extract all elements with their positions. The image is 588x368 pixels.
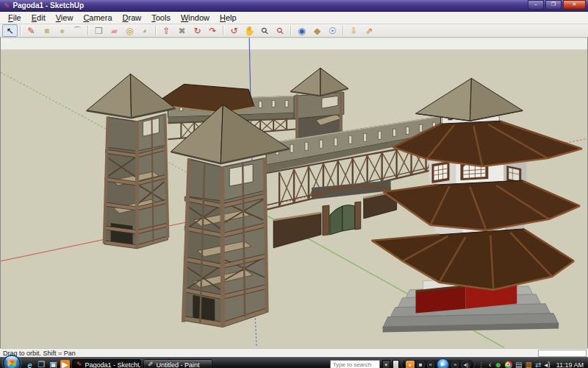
title-bar[interactable]: ✎ Pagoda1 - SketchUp – ❐ ✕ xyxy=(0,0,588,12)
search-input[interactable] xyxy=(330,360,380,368)
position-camera-icon[interactable]: ◆ xyxy=(309,24,325,37)
menu-window[interactable]: Window xyxy=(176,12,215,24)
overflow-chevron-icon[interactable]: ‹ xyxy=(489,361,491,368)
menu-tools[interactable]: Tools xyxy=(146,12,176,24)
quick-launch: e❐▣▶ xyxy=(25,360,70,368)
toolbar: ↖✎■●⌒❒▰◎◗⇧✖↻↷↺✋⚲⚲◉◆☉⇩⇗ xyxy=(0,24,588,38)
windows-logo-icon xyxy=(7,359,16,368)
follow-me-icon[interactable]: ↷ xyxy=(205,24,220,37)
sky xyxy=(1,38,587,50)
window-switcher-icon[interactable]: ▣ xyxy=(49,360,58,368)
system-tray: ‹☻▤▥⇄◂) xyxy=(489,361,551,368)
menu-help[interactable]: Help xyxy=(215,12,242,24)
taskbar-clock[interactable]: 11:19 AM xyxy=(556,361,584,368)
sketchup-window: ✎ Pagoda1 - SketchUp – ❐ ✕ FileEditViewC… xyxy=(0,0,588,368)
toolbar-separator xyxy=(155,26,157,35)
menu-draw[interactable]: Draw xyxy=(118,12,147,24)
status-bar: Drag to orbit. Shift = Pan xyxy=(0,348,588,357)
volume-icon[interactable]: ◂) xyxy=(544,361,550,368)
paint-task-icon: ✐ xyxy=(148,361,154,368)
taskbar-task-paint[interactable]: ✐ Untitled - Paint xyxy=(143,359,212,368)
minimize-button[interactable]: – xyxy=(528,0,544,10)
menu-bar: FileEditViewCameraDrawToolsWindowHelp xyxy=(0,12,588,24)
chrome-icon[interactable] xyxy=(505,361,512,368)
zoom-icon[interactable]: ⚲ xyxy=(257,24,273,37)
tape-measure-icon[interactable]: ◎ xyxy=(122,24,137,37)
sketchup-app-icon: ✎ xyxy=(4,2,10,10)
display-icon[interactable]: ▤ xyxy=(515,361,522,368)
maximize-button[interactable]: ❐ xyxy=(545,0,562,10)
paint-bucket-icon[interactable]: ◗ xyxy=(137,24,153,37)
menu-view[interactable]: View xyxy=(51,12,79,24)
toolbar-separator xyxy=(20,26,21,35)
taskbar-task-sketchup[interactable]: ✎ Pagoda1 - SketchUp xyxy=(72,359,141,368)
eraser-icon[interactable]: ▰ xyxy=(107,24,122,37)
network-icon[interactable]: ⇄ xyxy=(535,361,541,368)
measurements-box[interactable] xyxy=(538,350,587,357)
model-canvas[interactable] xyxy=(1,38,587,348)
window-title: Pagoda1 - SketchUp xyxy=(12,1,528,10)
messenger-icon[interactable]: ☻ xyxy=(494,361,502,368)
toolbar-grip[interactable]: ⋮ xyxy=(478,361,484,368)
zoom-extents-icon[interactable]: ⚲ xyxy=(273,24,288,37)
security-icon[interactable]: ▥ xyxy=(525,361,531,368)
wmp-icon[interactable]: ● xyxy=(406,361,415,368)
make-component-icon[interactable]: ❒ xyxy=(91,24,107,37)
show-desktop-icon[interactable]: ❐ xyxy=(37,360,46,368)
circle-icon[interactable]: ● xyxy=(54,24,70,37)
rectangle-icon[interactable]: ■ xyxy=(39,24,54,37)
push-pull-icon[interactable]: ⇧ xyxy=(159,24,174,37)
orbit-icon[interactable]: ↺ xyxy=(226,24,242,37)
move-icon[interactable]: ✖ xyxy=(174,24,190,37)
toolbar-separator xyxy=(87,26,89,35)
menu-camera[interactable]: Camera xyxy=(78,12,117,24)
volume-button[interactable]: ◂) xyxy=(461,361,470,368)
toolbar-separator xyxy=(290,26,292,35)
sketchup-task-icon: ✎ xyxy=(76,361,82,368)
get-models-icon[interactable]: ⇩ xyxy=(346,24,362,37)
search-go-button[interactable] xyxy=(392,360,399,368)
next-button[interactable]: » xyxy=(451,361,459,368)
search-dropdown-button[interactable]: ▾ xyxy=(382,360,390,368)
previous-view-icon[interactable]: ◉ xyxy=(294,24,309,37)
ie-icon[interactable]: e xyxy=(25,360,35,368)
menu-file[interactable]: File xyxy=(3,12,26,24)
viewport-3d[interactable] xyxy=(0,38,588,348)
previous-button[interactable]: « xyxy=(427,361,434,368)
toolbar-separator xyxy=(343,26,344,35)
media-player-icon[interactable]: ▶ xyxy=(60,360,70,368)
close-button[interactable]: ✕ xyxy=(563,0,586,10)
play-button[interactable]: ▶ xyxy=(437,358,449,368)
pan-icon[interactable]: ✋ xyxy=(242,24,257,37)
menu-edit[interactable]: Edit xyxy=(26,12,51,24)
line-icon[interactable]: ✎ xyxy=(24,24,39,37)
media-toolbar: ●■«▶»◂) xyxy=(401,359,475,368)
share-models-icon[interactable]: ⇗ xyxy=(362,24,377,37)
toolbar-separator xyxy=(223,26,224,35)
arc-icon[interactable]: ⌒ xyxy=(70,24,85,37)
taskbar: e❐▣▶ ✎ Pagoda1 - SketchUp ✐ Untitled - P… xyxy=(0,357,588,368)
rotate-icon[interactable]: ↻ xyxy=(190,24,205,37)
stop-button[interactable]: ■ xyxy=(417,361,425,368)
select-icon[interactable]: ↖ xyxy=(2,24,18,37)
look-around-icon[interactable]: ☉ xyxy=(325,24,340,37)
